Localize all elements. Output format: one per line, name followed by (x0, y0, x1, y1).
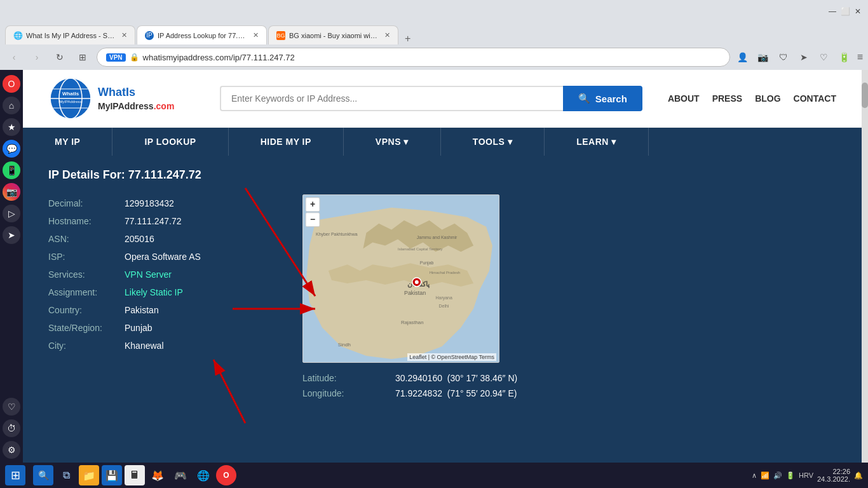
tab-2[interactable]: IP IP Address Lookup for 77.1... ✕ (137, 25, 267, 44)
tab-title-3: BG xiaomi - Buy xiaomi with f... (289, 32, 378, 39)
detail-row-services: Services: VPN Server (48, 266, 277, 283)
detail-row-country: Country: Pakistan (48, 301, 277, 319)
latitude-value: 30.2940160 (30° 17′ 38.46″ N) (395, 373, 836, 383)
taskbar-game[interactable]: 🎮 (170, 465, 191, 485)
taskbar-save[interactable]: 💾 (102, 465, 122, 485)
detail-row-hostname: Hostname: 77.111.247.72 (48, 212, 277, 230)
address-bar: ‹ › ↻ ⊞ VPN 🔒 whatismyipaddress.com/ip/7… (0, 44, 868, 70)
content-area: IP Details For: 77.111.247.72 (23, 156, 862, 473)
details-table: Decimal: 1299183432 Hostname: 77.111.247… (48, 194, 277, 398)
extensions-button[interactable]: ⊞ (74, 48, 92, 66)
scrollbar[interactable] (862, 70, 868, 485)
address-input[interactable]: VPN 🔒 whatismyipaddress.com/ip/77.111.24… (97, 48, 730, 67)
start-button[interactable]: ⊞ (5, 465, 25, 485)
shield-icon[interactable]: 🛡 (776, 50, 791, 65)
battery-icon[interactable]: 🔋 (837, 50, 852, 65)
state-label: State/Region: (48, 323, 125, 333)
taskbar-tray: ∧ 📶 🔊 🔋 HRV 22:26 24.3.2022. 🔔 (752, 468, 863, 483)
back-button[interactable]: ‹ (5, 48, 23, 66)
tab-3[interactable]: BG BG xiaomi - Buy xiaomi with f... ✕ (268, 25, 398, 44)
nav-item-hide-my-ip[interactable]: HIDE MY IP (229, 128, 344, 156)
svg-text:Jammu and Kashmir: Jammu and Kashmir (417, 235, 458, 240)
refresh-button[interactable]: ↻ (51, 48, 69, 66)
maximize-button[interactable]: ⬜ (840, 6, 850, 17)
taskbar-edge[interactable]: 🌐 (193, 465, 214, 485)
map-box[interactable]: پاکستان Pakistan Khyber Pakhtunkhwa Jamm… (302, 194, 499, 363)
new-tab-button[interactable]: + (400, 33, 416, 44)
blog-link[interactable]: BLOG (755, 93, 780, 104)
close-button[interactable]: ✕ (853, 6, 863, 17)
address-text[interactable]: whatismyipaddress.com/ip/77.111.247.72 (143, 53, 295, 62)
tray-volume: 🔊 (773, 471, 782, 480)
likely-static-ip-link[interactable]: Likely Static IP (125, 287, 183, 297)
taskbar-firefox[interactable]: 🦊 (147, 465, 168, 485)
detail-row-city: City: Khanewal (48, 337, 277, 355)
contact-link[interactable]: CONTACT (794, 93, 836, 104)
sidebar-feed-icon[interactable]: ➤ (3, 226, 20, 244)
svg-text:Himachal Pradesh: Himachal Pradesh (430, 271, 461, 274)
nav-item-vpns[interactable]: VPNS ▾ (344, 128, 441, 156)
sidebar-settings-icon[interactable]: ⚙ (3, 441, 20, 459)
tray-wifi: 📶 (761, 471, 770, 480)
site-header: WhatIs MyIPAddress WhatIs MyIPAddress.co… (23, 70, 862, 128)
state-value: Punjab (125, 323, 153, 333)
lock-icon: 🔒 (130, 53, 139, 62)
ip-details-title: IP Details For: 77.111.247.72 (48, 168, 836, 182)
vpn-server-link[interactable]: VPN Server (125, 269, 172, 280)
nav-item-learn[interactable]: LEARN ▾ (545, 128, 649, 156)
isp-value: Opera Software AS (125, 252, 201, 262)
taskbar-taskview[interactable]: ⧉ (56, 465, 76, 485)
taskbar-calc[interactable]: 🖩 (125, 465, 145, 485)
camera-icon[interactable]: 📷 (756, 50, 771, 65)
city-label: City: (48, 341, 125, 351)
taskbar-explorer[interactable]: 📁 (79, 465, 99, 485)
sidebar-instagram-icon[interactable]: 📷 (3, 183, 20, 201)
main-content[interactable]: WhatIs MyIPAddress WhatIs MyIPAddress.co… (23, 70, 862, 485)
heart-icon[interactable]: ♡ (817, 50, 832, 65)
sidebar-star-icon[interactable]: ★ (3, 118, 20, 136)
sidebar-home-icon[interactable]: ⌂ (3, 97, 20, 114)
sidebar-messenger-icon[interactable]: 💬 (3, 140, 20, 158)
detail-row-decimal: Decimal: 1299183432 (48, 194, 277, 212)
country-value: Pakistan (125, 305, 159, 315)
minimize-button[interactable]: — (827, 6, 837, 17)
taskbar-search[interactable]: 🔍 (33, 465, 53, 485)
search-label: Search (595, 93, 627, 104)
forward-button[interactable]: › (28, 48, 46, 66)
opera-logo-icon[interactable]: O (3, 75, 20, 93)
tab-close-2[interactable]: ✕ (253, 31, 259, 39)
toolbar-icons: 👤 📷 🛡 ➤ ♡ 🔋 ≡ (735, 50, 863, 65)
nav-item-my-ip[interactable]: MY IP (23, 128, 112, 156)
tab-1[interactable]: 🌐 What Is My IP Address - Se... ✕ (5, 25, 135, 44)
sidebar-whatsapp-icon[interactable]: 📱 (3, 161, 20, 179)
sidebar-heart-icon[interactable]: ♡ (3, 398, 20, 416)
city-value: Khanewal (125, 341, 164, 351)
send-icon[interactable]: ➤ (796, 50, 811, 65)
logo-area: WhatIs MyIPAddress WhatIs MyIPAddress.co… (48, 76, 207, 121)
browser-body: O ⌂ ★ 💬 📱 📷 ▷ ➤ ♡ ⏱ ⚙ ⊘ (0, 70, 868, 485)
nav-item-tools[interactable]: TOOLS ▾ (441, 128, 545, 156)
account-icon[interactable]: 👤 (735, 50, 750, 65)
window-controls: — ⬜ ✕ (827, 6, 863, 17)
tab-close-3[interactable]: ✕ (384, 31, 390, 39)
taskbar-opera[interactable]: O (216, 465, 236, 485)
notification-icon[interactable]: 🔔 (854, 471, 863, 480)
press-link[interactable]: PRESS (712, 93, 742, 104)
scrollbar-thumb[interactable] (862, 83, 868, 108)
search-input[interactable] (220, 86, 563, 111)
sidebar-history-icon[interactable]: ⏱ (3, 419, 20, 437)
sidebar-video-icon[interactable]: ▷ (3, 205, 20, 222)
nav-item-ip-lookup[interactable]: IP LOOKUP (112, 128, 228, 156)
sidebar-toggle[interactable]: ≡ (857, 51, 863, 63)
svg-text:Sindh: Sindh (338, 342, 351, 348)
svg-text:+: + (310, 199, 315, 209)
search-button[interactable]: 🔍 Search (563, 86, 642, 111)
tray-expand[interactable]: ∧ (752, 471, 757, 480)
search-area: 🔍 Search (220, 86, 642, 111)
assignment-label: Assignment: (48, 287, 125, 297)
about-link[interactable]: ABOUT (668, 93, 700, 104)
services-label: Services: (48, 269, 125, 280)
tab-close-1[interactable]: ✕ (121, 31, 127, 39)
site-nav: MY IP IP LOOKUP HIDE MY IP VPNS ▾ TOOLS … (23, 128, 862, 156)
svg-text:Punjab: Punjab (420, 261, 434, 266)
